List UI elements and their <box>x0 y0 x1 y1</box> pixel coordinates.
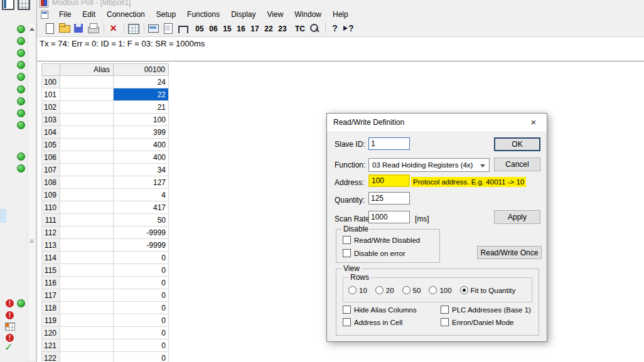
alias-cell[interactable] <box>60 114 114 126</box>
alias-cell[interactable] <box>60 176 114 189</box>
radio-rows-fit-to-quantity[interactable]: Fit to Quantity <box>460 286 516 294</box>
alias-cell[interactable] <box>60 201 114 214</box>
row-number-cell[interactable]: 104 <box>41 126 60 139</box>
save-icon[interactable] <box>72 23 85 35</box>
alias-cell[interactable] <box>60 352 114 362</box>
alias-cell[interactable] <box>60 164 114 176</box>
zoom-icon[interactable] <box>308 23 321 35</box>
row-number-cell[interactable]: 112 <box>41 226 60 239</box>
setup-definition-icon[interactable] <box>127 23 140 35</box>
value-cell[interactable]: -9999 <box>114 239 169 252</box>
value-cell[interactable]: -9999 <box>114 226 169 239</box>
read-write-once-button[interactable]: Read/Write Once <box>477 246 542 259</box>
address-header-cell[interactable]: 00100 <box>114 63 169 76</box>
help-icon[interactable] <box>328 23 341 35</box>
alias-cell[interactable] <box>60 339 114 352</box>
row-number-cell[interactable]: 102 <box>41 101 60 114</box>
alias-cell[interactable] <box>60 289 114 302</box>
background-window-icon[interactable] <box>2 0 14 10</box>
row-number-cell[interactable]: 103 <box>41 114 60 126</box>
checkbox-address-in-cell[interactable]: Address in Cell <box>343 318 441 326</box>
row-number-cell[interactable]: 115 <box>41 264 60 277</box>
row-number-cell[interactable]: 116 <box>41 277 60 289</box>
alias-cell[interactable] <box>60 139 114 151</box>
quantity-input[interactable] <box>368 192 410 205</box>
value-cell[interactable]: 400 <box>114 151 169 164</box>
row-number-cell[interactable]: 109 <box>41 189 60 201</box>
function-15-button[interactable]: 15 <box>220 23 234 35</box>
value-cell[interactable]: 0 <box>114 252 169 264</box>
child-window-icon[interactable] <box>41 11 48 19</box>
alias-header-cell[interactable]: Alias <box>60 63 114 76</box>
checkbox-disable-on-error[interactable]: Disable on error <box>343 249 420 257</box>
alias-cell[interactable] <box>60 327 114 339</box>
scan-rate-input[interactable] <box>368 211 410 223</box>
row-number-cell[interactable]: 122 <box>41 352 60 362</box>
menu-file[interactable]: File <box>53 9 77 21</box>
row-number-cell[interactable]: 100 <box>41 76 60 88</box>
function-23-button[interactable]: 23 <box>276 23 289 35</box>
corner-header-cell[interactable] <box>41 63 60 76</box>
menu-connection[interactable]: Connection <box>101 9 151 21</box>
row-number-cell[interactable]: 121 <box>41 339 60 352</box>
function-06-button[interactable]: 06 <box>207 23 220 35</box>
cancel-button[interactable]: Cancel <box>494 157 540 171</box>
value-cell[interactable]: 4 <box>114 189 169 201</box>
menu-window[interactable]: Window <box>289 9 327 21</box>
display-icon[interactable] <box>147 23 160 35</box>
menu-setup[interactable]: Setup <box>151 9 181 21</box>
value-cell[interactable]: 0 <box>114 277 169 289</box>
row-number-cell[interactable]: 114 <box>41 252 60 264</box>
menu-functions[interactable]: Functions <box>181 9 225 21</box>
alias-cell[interactable] <box>60 264 114 277</box>
function-16-button[interactable]: 16 <box>234 23 248 35</box>
row-number-cell[interactable]: 113 <box>41 239 60 252</box>
row-number-cell[interactable]: 110 <box>41 201 60 214</box>
value-cell[interactable]: 0 <box>114 314 169 327</box>
value-cell[interactable]: 0 <box>114 264 169 277</box>
new-file-icon[interactable] <box>43 23 56 35</box>
value-cell[interactable]: 0 <box>114 289 169 302</box>
slave-id-input[interactable] <box>368 137 410 150</box>
apply-button[interactable]: Apply <box>494 210 540 224</box>
alias-cell[interactable] <box>60 314 114 327</box>
row-number-cell[interactable]: 105 <box>41 139 60 151</box>
value-cell[interactable]: 400 <box>114 139 169 151</box>
scrollbar-grip-icon[interactable]: ≡ <box>28 238 35 245</box>
ok-button[interactable]: OK <box>494 137 540 151</box>
row-number-cell[interactable]: 101 <box>41 88 60 101</box>
alias-cell[interactable] <box>60 302 114 314</box>
alias-cell[interactable] <box>60 226 114 239</box>
vertical-scrollbar[interactable]: ≡ <box>28 23 36 362</box>
function-22-button[interactable]: 22 <box>262 23 276 35</box>
alias-cell[interactable] <box>60 101 114 114</box>
dialog-title-bar[interactable]: Read/Write Definition × <box>327 114 547 131</box>
menu-help[interactable]: Help <box>327 9 354 21</box>
signal-icon[interactable] <box>176 23 189 35</box>
open-file-icon[interactable] <box>58 23 71 35</box>
row-number-cell[interactable]: 120 <box>41 327 60 339</box>
radio-rows-10[interactable]: 10 <box>348 286 367 294</box>
alias-cell[interactable] <box>60 76 114 88</box>
menu-view[interactable]: View <box>262 9 289 21</box>
checkbox-hide-alias-columns[interactable]: Hide Alias Columns <box>343 306 441 314</box>
alias-cell[interactable] <box>60 214 114 226</box>
print-icon[interactable] <box>87 23 100 35</box>
value-cell[interactable]: 50 <box>114 214 169 226</box>
function-05-button[interactable]: 05 <box>193 23 207 35</box>
value-cell[interactable]: 417 <box>114 201 169 214</box>
scroll-up-button[interactable] <box>28 25 35 33</box>
checkbox-enron-daniel-mode[interactable]: Enron/Daniel Mode <box>441 318 531 326</box>
row-number-cell[interactable]: 108 <box>41 176 60 189</box>
context-help-icon[interactable] <box>343 23 356 35</box>
test-center-button[interactable]: TC <box>293 23 307 35</box>
value-cell[interactable]: 34 <box>114 164 169 176</box>
alias-cell[interactable] <box>60 126 114 139</box>
radio-rows-50[interactable]: 50 <box>402 286 421 294</box>
menu-display[interactable]: Display <box>225 9 261 21</box>
row-number-cell[interactable]: 111 <box>41 214 60 226</box>
row-number-cell[interactable]: 107 <box>41 164 60 176</box>
disconnect-icon[interactable] <box>107 23 120 35</box>
value-cell[interactable]: 0 <box>114 352 169 362</box>
close-icon[interactable]: × <box>527 117 540 128</box>
